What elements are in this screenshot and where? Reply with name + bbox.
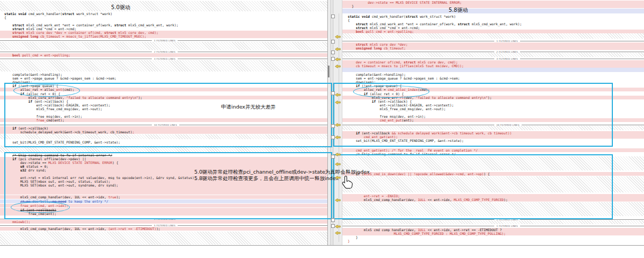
merge-arrow-icon[interactable] (335, 119, 341, 123)
merge-arrow-icon[interactable] (335, 220, 341, 224)
code-segment (4, 153, 12, 157)
annotation-left-pane-title: 5.0驱动 (111, 4, 130, 11)
fold-marker[interactable] (331, 57, 335, 61)
code-segment (4, 31, 12, 34)
code-segment: MLX5_CMD_COMP_TYPE_FORCED (453, 198, 503, 202)
merge-arrow-icon[interactable] (335, 171, 341, 175)
merge-arrow-icon[interactable] (335, 158, 341, 162)
code-line: free_cmd(ent); (0, 212, 327, 216)
code-segment: set_bit(MLX5_CMD_ENT_STATE_PENDING_COMP,… (348, 139, 464, 142)
code-segment: } (348, 4, 354, 8)
code-line: alloc_ret = alloc_ent(cmd); (0, 88, 327, 91)
code-segment: unsigned long (12, 34, 40, 38)
code-segment (4, 84, 12, 88)
code-segment (4, 126, 12, 130)
code-segment: cmd_alloc_index (388, 88, 418, 91)
code-segment: poll_cmd = ent->polling; (366, 30, 414, 33)
fold-marker[interactable] (331, 40, 335, 44)
code-segment: mlx5_core_dev, cmd); (118, 31, 158, 34)
code-segment (4, 27, 12, 31)
scrollbar-track[interactable] (331, 0, 331, 245)
code-segment: (pci_channel_offline(dev->pdev) || (18, 157, 86, 161)
code-segment (4, 99, 28, 103)
fold-marker[interactable] (331, 218, 335, 222)
merge-arrow-icon[interactable] (335, 53, 341, 57)
code-line: } (342, 239, 644, 243)
code-segment (348, 99, 372, 103)
code-segment: schedule_delayed_work(&ent->cb_timeout_w… (4, 130, 132, 134)
code-segment: "failed to allocate command entry\n" (416, 96, 488, 99)
filtered-region-hatch (0, 146, 327, 153)
code-segment (348, 118, 380, 122)
code-segment: << ent->idx, (426, 198, 453, 202)
code-segment: struct (12, 31, 26, 34)
code-segment: u32 (20, 168, 28, 172)
code-segment: } (348, 239, 350, 243)
code-segment (348, 30, 356, 33)
code-segment: mlx5_free_cmd_msg(dev, ent->out); (4, 107, 103, 111)
code-line: free_ent(cmd, ent->idx); (0, 204, 327, 207)
merge-arrow-icon[interactable] (335, 31, 341, 34)
code-segment (348, 232, 394, 235)
code-line: set_bit(MLX5_CMD_ENT_STATE_PENDING_COMP,… (342, 139, 644, 142)
code-segment (4, 220, 12, 224)
merge-arrow-icon[interactable] (335, 194, 341, 198)
merge-arrow-icon[interactable] (335, 89, 341, 92)
code-segment: 1ULL (418, 228, 426, 232)
fold-marker[interactable] (331, 51, 335, 54)
fold-marker[interactable] (331, 224, 335, 228)
code-segment: ent->callback(-EAGAIN, ent->context); (348, 103, 453, 107)
filtered-lines-label: 1 FILTERED LINES (496, 225, 518, 227)
code-segment: set_bit(MLX5_CMD_ENT_STATE_PENDING_COMP,… (4, 140, 120, 144)
fold-marker[interactable] (331, 15, 335, 18)
hand-cursor-icon (341, 175, 354, 190)
code-segment: /* Skip sending command to fw if interna… (356, 152, 456, 156)
diff-pane-left[interactable]: static void cmd_work_handler(struct work… (0, 0, 327, 245)
code-segment: alloc_ret = alloc_ (4, 88, 56, 91)
code-segment: sem = ent->page_queue ? &cmd->pages_sem … (4, 76, 116, 80)
code-segment: work_struct *work) (76, 12, 112, 16)
code-line: bool poll_cmd = ent->polling; (0, 53, 327, 57)
code-segment: status = 0; (26, 164, 48, 168)
filtered-region-hatch (342, 53, 644, 57)
code-line: alloc_ret = cmd_alloc_index(cmd); (342, 88, 644, 91)
code-line-blank (342, 68, 644, 72)
code-segment: u8 (20, 164, 26, 168)
merge-arrow-icon[interactable] (335, 131, 341, 135)
code-line: schedule_delayed_work(&ent->cb_timeout_w… (0, 130, 327, 134)
fold-marker[interactable] (331, 124, 335, 128)
code-segment: dev->state == (4, 161, 48, 164)
code-segment: free_ (36, 118, 47, 122)
filtered-region-hatch (342, 176, 644, 192)
code-segment (348, 46, 356, 50)
fold-marker[interactable] (331, 155, 335, 159)
code-segment: /* Skip sending command to fw if interna… (12, 153, 112, 157)
code-segment: down(sem); (4, 80, 32, 84)
merge-arrow-icon[interactable] (335, 227, 341, 231)
code-segment: ent (56, 88, 62, 91)
merge-arrow-icon[interactable] (335, 43, 341, 47)
code-segment: (ent->callback) (18, 126, 48, 130)
code-line-blank (342, 9, 644, 13)
code-segment (348, 42, 356, 46)
code-segment: mlx5_cmd_comp_handler(dev, (348, 198, 418, 202)
diff-pane-right[interactable]: dev->state == MLX5_DEVICE_STATE_INTERNAL… (342, 0, 644, 245)
code-segment: ent->ret = -ENXIO; (364, 194, 400, 198)
code-segment: if (12, 126, 18, 130)
code-line: unsigned long cb_timeout = msecs_to_jiff… (0, 34, 327, 38)
scrollbar-thumb[interactable] (328, 66, 330, 77)
code-segment (4, 199, 20, 203)
fold-marker[interactable] (331, 135, 335, 139)
merge-arrow-icon[interactable] (335, 60, 341, 64)
code-segment (348, 92, 364, 96)
code-segment: struct (12, 27, 26, 31)
code-segment: struct (406, 15, 420, 18)
merge-arrow-icon[interactable] (335, 96, 341, 100)
code-segment: dev->state == MLX5_DEVICE_STATE_INTERNAL… (348, 1, 462, 4)
merge-arrow-icon[interactable] (335, 148, 341, 152)
code-segment: (alloc_ret < 0) { (26, 92, 60, 96)
code-segment: if (356, 131, 362, 135)
code-segment: alloc_ret = (348, 88, 388, 91)
code-segment: _rl (398, 96, 404, 99)
fold-marker[interactable] (331, 91, 335, 95)
